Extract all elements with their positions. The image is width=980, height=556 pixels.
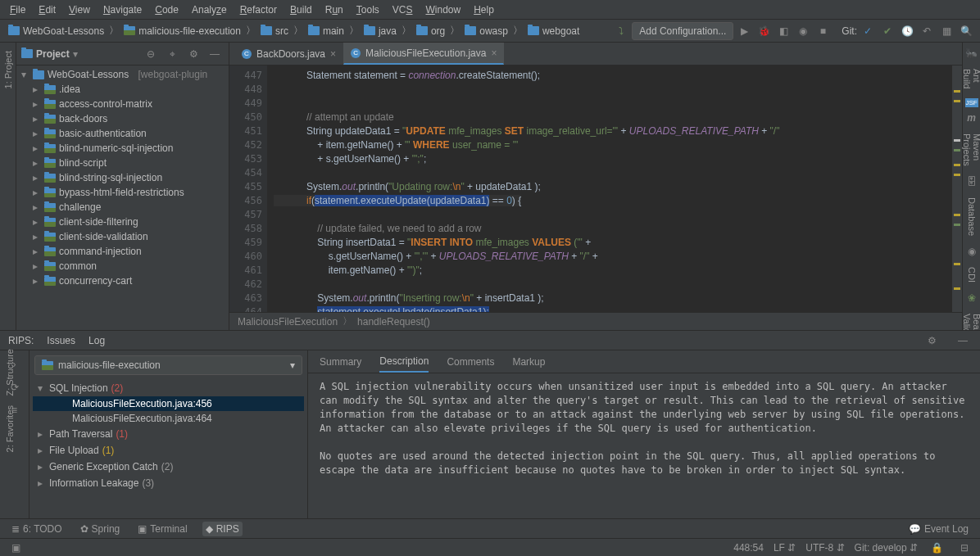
project-tree[interactable]: ▾ WebGoat-Lessons [webgoat-plugin ▸.idea… [16,66,229,330]
crumb-project[interactable]: WebGoat-Lessons [5,24,107,38]
profile-icon[interactable]: ◉ [794,22,812,40]
project-title[interactable]: Project [36,48,70,60]
hide-icon[interactable]: — [206,45,224,63]
detail-tab-comments[interactable]: Comments [447,352,494,372]
bean-icon[interactable]: ❀ [965,292,978,304]
detail-tab-description[interactable]: Description [379,351,429,373]
tree-item[interactable]: ▸access-control-matrix [16,97,229,111]
stop-icon[interactable]: ■ [814,22,832,40]
tree-item[interactable]: ▸client-side-validation [16,229,229,244]
tab-structure[interactable]: Z: Structure [0,344,16,400]
tab-backdoors[interactable]: CBackDoors.java× [234,43,343,65]
tree-item[interactable]: ▸concurrency-cart [16,273,229,288]
rips-tab-issues[interactable]: Issues [47,335,75,346]
tree-item[interactable]: ▸blind-numeric-sql-injection [16,141,229,156]
crumb-org[interactable]: org [413,24,448,38]
tree-item[interactable]: ▸client-side-filtering [16,215,229,229]
menu-edit[interactable]: Edit [34,2,61,17]
issue-file[interactable]: MaliciousFileExecution.java:464 [33,411,304,426]
menu-code[interactable]: Code [150,2,184,17]
gear-icon[interactable]: ⚙ [184,45,202,63]
tree-item[interactable]: ▸common [16,259,229,273]
issue-row[interactable]: ▾SQL Injection (2) [33,380,304,396]
tree-item[interactable]: ▸blind-script [16,156,229,170]
menu-run[interactable]: Run [320,2,348,17]
tree-item[interactable]: ▸basic-authentication [16,126,229,141]
cdi-icon[interactable]: ◉ [965,246,978,257]
git-commit-icon[interactable]: ✔ [878,22,896,40]
rips-tab-log[interactable]: Log [88,335,105,346]
event-log[interactable]: 💬 Event Log [905,522,972,536]
run-icon[interactable]: ▶ [735,22,753,40]
crumb-main[interactable]: main [305,24,347,38]
tool-rips[interactable]: ◆ RIPS [202,522,243,536]
hide-icon[interactable]: — [954,332,972,350]
git-history-icon[interactable]: 🕓 [898,22,916,40]
heap-icon[interactable]: ⊟ [955,539,973,557]
issue-row[interactable]: ▸Path Traversal (1) [33,426,304,442]
encoding[interactable]: UTF-8 ⇵ [805,542,844,554]
jsf-icon[interactable]: JSF [965,98,978,107]
menu-file[interactable]: File [5,2,30,17]
lock-icon[interactable]: 🔒 [928,539,946,557]
database-icon[interactable]: 🗄 [965,176,978,188]
line-sep[interactable]: LF ⇵ [774,542,796,554]
git-revert-icon[interactable]: ↶ [918,22,936,40]
crumb-module[interactable]: malicious-file-execution [120,24,244,38]
chevron-down-icon[interactable]: ▾ [73,48,78,60]
menu-tools[interactable]: Tools [352,2,384,17]
tree-item[interactable]: ▸.idea [16,82,229,97]
close-icon[interactable]: × [330,48,336,60]
structure-icon[interactable]: ▦ [937,22,955,40]
issue-row[interactable]: ▸Information Leakage (3) [33,475,304,491]
tree-item[interactable]: ▸command-injection [16,244,229,259]
tree-item[interactable]: ▸back-doors [16,111,229,126]
git-branch[interactable]: Git: develop ⇵ [855,542,918,554]
menu-help[interactable]: Help [469,2,499,17]
issue-file[interactable]: MaliciousFileExecution.java:456 [33,396,304,411]
code-editor[interactable]: Statement statement = connection.createS… [267,66,952,312]
tab-ant[interactable]: Ant Build [960,64,981,93]
git-update-icon[interactable]: ✓ [859,22,877,40]
issue-row[interactable]: ▸File Upload (1) [33,442,304,459]
tab-cdi[interactable]: CDI [965,262,978,287]
tab-project[interactable]: 1: Project [2,44,15,95]
tool-terminal[interactable]: ▣ Terminal [134,522,190,536]
maven-icon[interactable]: m [965,112,978,124]
tree-root[interactable]: ▾ WebGoat-Lessons [webgoat-plugin [16,67,229,82]
tab-maven[interactable]: Maven Projects [960,129,981,171]
build-icon[interactable]: ⤵ [612,22,630,40]
toggle-tool-windows-icon[interactable]: ▣ [7,539,25,557]
issue-row[interactable]: ▸Generic Exception Catch (2) [33,459,304,475]
detail-tab-markup[interactable]: Markup [512,352,545,372]
menu-view[interactable]: View [64,2,95,17]
minimap[interactable] [952,66,962,312]
debug-icon[interactable]: 🐞 [755,22,773,40]
crumb-webgoat[interactable]: webgoat [524,24,583,38]
code-breadcrumb[interactable]: MaliciousFileExecution〉handleRequest() [229,312,962,330]
tree-item[interactable]: ▸blind-string-sql-injection [16,170,229,185]
menu-navigate[interactable]: Navigate [98,2,147,17]
tab-favorites[interactable]: 2: Favorites [0,400,16,457]
close-icon[interactable]: × [491,47,497,59]
tab-maliciousfile[interactable]: CMaliciousFileExecution.java× [343,43,504,65]
menu-refactor[interactable]: Refactor [235,2,282,17]
gear-icon[interactable]: ⚙ [923,332,941,350]
menu-window[interactable]: Window [420,2,465,17]
coverage-icon[interactable]: ◧ [774,22,792,40]
crumb-src[interactable]: src [257,24,292,38]
crumb-owasp[interactable]: owasp [461,24,511,38]
tool-spring[interactable]: ✿ Spring [77,522,124,536]
search-icon[interactable]: 🔍 [957,22,975,40]
tree-item[interactable]: ▸bypass-html-field-restrictions [16,185,229,200]
run-config-dropdown[interactable]: Add Configuration... [632,22,733,40]
ant-icon[interactable]: 🐜 [965,47,978,59]
menu-build[interactable]: Build [285,2,317,17]
tab-database[interactable]: Database [965,192,978,241]
rips-module-select[interactable]: malicious-file-execution▾ [34,355,302,375]
tab-bean[interactable]: Bean Validation [960,309,981,330]
collapse-icon[interactable]: ⊖ [142,45,160,63]
locate-icon[interactable]: ⌖ [163,45,181,63]
menu-vcs[interactable]: VCS [388,2,418,17]
tree-item[interactable]: ▸challenge [16,200,229,215]
